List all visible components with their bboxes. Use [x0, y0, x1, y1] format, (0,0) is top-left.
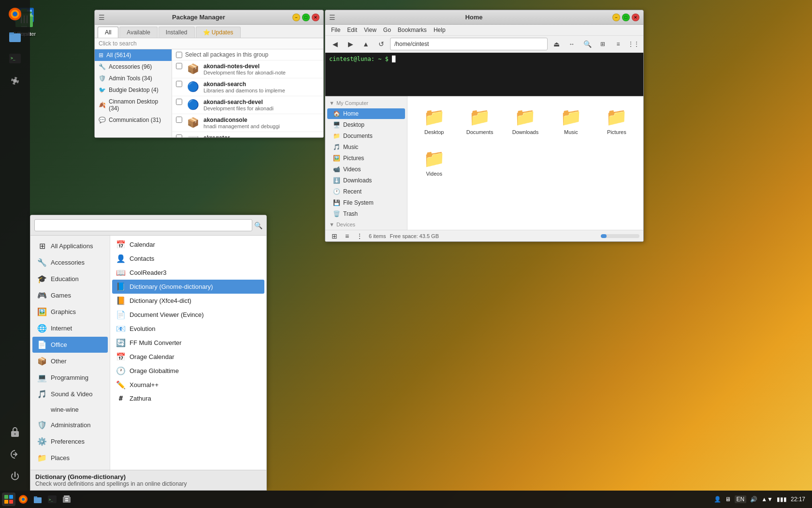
taskbar-firefox[interactable] [16, 493, 30, 506]
fm-minimize-button[interactable]: − [612, 14, 620, 21]
fm-file-music[interactable]: 📁 Music [552, 104, 590, 138]
pkg-cat-cinnamon[interactable]: 🍂 Cinnamon Desktop (34) [95, 96, 172, 114]
cat-graphics[interactable]: 🖼️ Graphics [32, 304, 108, 320]
fm-refresh-button[interactable]: ↺ [375, 38, 388, 50]
fm-file-documents[interactable]: 📁 Documents [461, 104, 498, 138]
app-xournal[interactable]: ✏️ Xournal++ [112, 378, 264, 392]
cat-wine[interactable]: wine-wine [32, 403, 108, 417]
fm-file-downloads[interactable]: 📁 Downloads [507, 104, 544, 138]
fm-item-trash[interactable]: 🗑️ Trash [327, 209, 405, 219]
fm-path-bar[interactable]: /home/cintest [390, 38, 548, 50]
fm-item-videos[interactable]: 📹 Videos [327, 164, 405, 175]
cat-office[interactable]: 📄 Office [32, 337, 108, 353]
maximize-button[interactable]: □ [302, 14, 310, 21]
pkg-row-akonadi-search-devel[interactable]: 🔵 akonadi-search-devel Development files… [172, 96, 323, 114]
fm-view-btn-2[interactable]: ≡ [342, 231, 352, 241]
pkg-row-akonadi-notes[interactable]: 📦 akonadi-notes-devel Development files … [172, 60, 323, 78]
dock-terminal[interactable]: >_ [5, 48, 25, 69]
pkg-checkbox-1[interactable] [176, 81, 182, 87]
taskbar-app-menu[interactable] [2, 493, 15, 506]
taskbar-pkg-manager[interactable] [60, 493, 73, 506]
fm-view-btn-3[interactable]: ⋮ [354, 231, 365, 241]
fm-item-music[interactable]: 🎵 Music [327, 142, 405, 152]
dock-power[interactable] [5, 466, 25, 487]
fm-path-toggle-button[interactable]: ↔ [565, 38, 579, 50]
pkg-cat-communication[interactable]: 💬 Communication (31) [95, 114, 172, 126]
app-orage-cal[interactable]: 📅 Orage Calendar [112, 350, 264, 364]
fm-item-filesystem[interactable]: 💾 File System [327, 197, 405, 208]
pkg-checkbox-3[interactable] [176, 117, 182, 123]
fm-menu-file[interactable]: File [328, 26, 343, 34]
cat-places[interactable]: 📁 Places [32, 450, 108, 466]
cat-other[interactable]: 📦 Other [32, 353, 108, 369]
app-calendar[interactable]: 📅 Calendar [112, 238, 264, 252]
taskbar-files[interactable] [31, 493, 44, 506]
fm-file-pictures[interactable]: 📁 Pictures [598, 104, 636, 138]
fm-up-button[interactable]: ▲ [359, 38, 373, 50]
cat-internet[interactable]: 🌐 Internet [32, 320, 108, 336]
fm-item-downloads[interactable]: ⬇️ Downloads [327, 175, 405, 186]
pkg-cat-admin[interactable]: 🛡️ Admin Tools (34) [95, 73, 172, 84]
cat-preferences[interactable]: ⚙️ Preferences [32, 433, 108, 449]
app-coolreader[interactable]: 📖 CoolReader3 [112, 266, 264, 280]
fm-item-recent[interactable]: 🕐 Recent [327, 186, 405, 197]
pkg-cat-budgie[interactable]: 🐦 Budgie Desktop (4) [95, 84, 172, 96]
dock-settings[interactable] [5, 71, 25, 91]
pkg-cat-accessories[interactable]: 🔧 Accessories (96) [95, 61, 172, 73]
dock-files[interactable] [5, 26, 25, 46]
cat-accessories[interactable]: 🔧 Accessories [32, 254, 108, 270]
fm-view-btn-1[interactable]: ⊞ [329, 231, 340, 241]
pkg-row-akonadi-search[interactable]: 🔵 akonadi-search Libraries and daemons t… [172, 78, 323, 96]
select-all-checkbox[interactable] [176, 52, 182, 58]
dock-firefox[interactable] [5, 4, 25, 24]
app-search-input[interactable] [34, 219, 252, 231]
package-manager-titlebar[interactable]: ☰ Package Manager − □ ✕ [95, 10, 323, 25]
taskbar-network-icon[interactable]: ▲▼ [761, 496, 773, 503]
fm-menu-help[interactable]: Help [431, 26, 449, 34]
app-ffmulti[interactable]: 🔄 FF Multi Converter [112, 336, 264, 350]
fm-forward-button[interactable]: ▶ [344, 38, 357, 50]
pkg-row-akregator[interactable]: 📰 akregator eed Reader by KDE [172, 132, 323, 137]
app-contacts[interactable]: 👤 Contacts [112, 252, 264, 266]
fm-file-videos[interactable]: 📁 Videos [415, 146, 453, 179]
fm-item-desktop[interactable]: 🖥️ Desktop [327, 120, 405, 130]
taskbar-terminal[interactable]: >_ [45, 493, 59, 506]
cat-games[interactable]: 🎮 Games [32, 287, 108, 303]
fm-search-button[interactable]: 🔍 [580, 38, 594, 50]
fm-menu-view[interactable]: View [361, 26, 379, 34]
pkg-select-all[interactable]: Select all packages in this group [172, 49, 323, 60]
pkg-cat-all[interactable]: ⊞ All (5614) [95, 49, 172, 61]
fm-back-button[interactable]: ◀ [328, 38, 342, 50]
fm-file-desktop[interactable]: 📁 Desktop [415, 104, 453, 138]
fm-item-home[interactable]: 🏠 Home [327, 108, 405, 119]
pkg-checkbox-4[interactable] [176, 134, 182, 137]
cat-administration[interactable]: 🛡️ Administration [32, 417, 108, 433]
pkg-tab-updates[interactable]: ⭐ Updates [196, 27, 241, 38]
close-button[interactable]: ✕ [312, 14, 319, 21]
pkg-tab-all[interactable]: All [98, 27, 118, 38]
fm-eject-button[interactable]: ⏏ [550, 38, 563, 50]
cat-recent[interactable]: 🕐 Recent Files [32, 466, 108, 470]
pkg-checkbox-2[interactable] [176, 99, 182, 105]
app-evolution[interactable]: 📧 Evolution [112, 322, 264, 336]
fm-item-pictures[interactable]: 🖼️ Pictures [327, 153, 405, 164]
fm-menu-go[interactable]: Go [380, 26, 394, 34]
cat-all-applications[interactable]: ⊞ All Applications [32, 238, 108, 254]
dock-lock[interactable] [5, 422, 25, 442]
app-docviewer[interactable]: 📄 Document Viewer (Evince) [112, 308, 264, 322]
file-manager-titlebar[interactable]: ☰ Home − □ ✕ [325, 10, 643, 25]
fm-list-view-button[interactable]: ≡ [611, 38, 625, 50]
pkg-row-akonadiconsole[interactable]: 📦 akonadiconsole hnadi management and de… [172, 114, 323, 132]
taskbar-volume-icon[interactable]: 🔊 [750, 496, 757, 503]
app-dict-xfce[interactable]: 📙 Dictionary (Xfce4-dict) [112, 294, 264, 308]
fm-menu-edit[interactable]: Edit [344, 26, 360, 34]
dock-logout[interactable] [5, 444, 25, 464]
taskbar-keyboard-en[interactable]: EN [735, 495, 747, 503]
fm-maximize-button[interactable]: □ [622, 14, 630, 21]
fm-grid-view-button[interactable]: ⊞ [596, 38, 609, 50]
pkg-search-bar[interactable]: Click to search [95, 38, 323, 49]
fm-item-documents[interactable]: 📁 Documents [327, 131, 405, 141]
fm-close-button[interactable]: ✕ [632, 14, 639, 21]
minimize-button[interactable]: − [292, 14, 300, 21]
cat-education[interactable]: 🎓 Education [32, 271, 108, 287]
